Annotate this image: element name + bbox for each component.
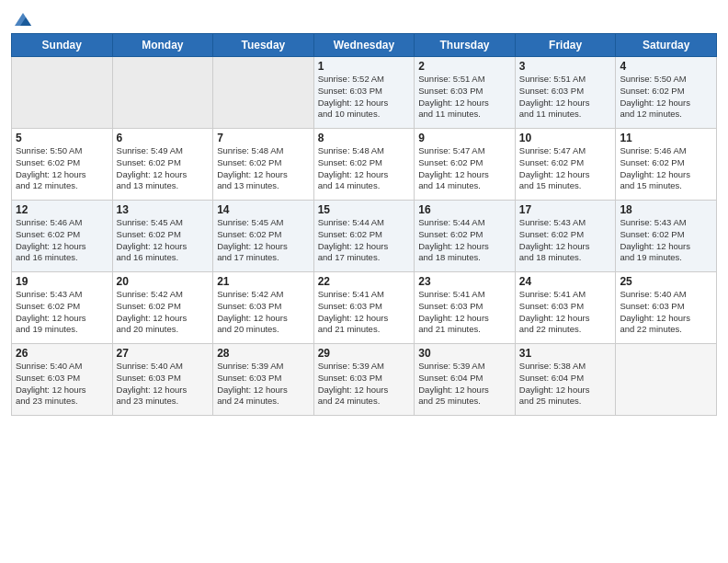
calendar-cell: 30Sunrise: 5:39 AM Sunset: 6:04 PM Dayli… [415,344,516,416]
day-number: 28 [217,347,310,360]
day-info: Sunrise: 5:46 AM Sunset: 6:02 PM Dayligh… [16,217,108,264]
day-number: 23 [418,275,511,288]
calendar-cell: 12Sunrise: 5:46 AM Sunset: 6:02 PM Dayli… [12,201,113,272]
calendar-cell: 4Sunrise: 5:50 AM Sunset: 6:02 PM Daylig… [616,57,717,129]
day-info: Sunrise: 5:41 AM Sunset: 6:03 PM Dayligh… [318,289,411,336]
day-info: Sunrise: 5:45 AM Sunset: 6:02 PM Dayligh… [217,217,310,264]
calendar-cell: 25Sunrise: 5:40 AM Sunset: 6:03 PM Dayli… [616,272,717,344]
calendar-week-row: 12Sunrise: 5:46 AM Sunset: 6:02 PM Dayli… [12,201,717,272]
calendar-cell: 5Sunrise: 5:50 AM Sunset: 6:02 PM Daylig… [12,129,113,201]
day-number: 26 [16,347,108,360]
day-info: Sunrise: 5:39 AM Sunset: 6:03 PM Dayligh… [217,361,310,408]
day-info: Sunrise: 5:44 AM Sunset: 6:02 PM Dayligh… [318,217,411,264]
calendar-cell: 19Sunrise: 5:43 AM Sunset: 6:02 PM Dayli… [12,272,113,344]
day-info: Sunrise: 5:40 AM Sunset: 6:03 PM Dayligh… [16,361,108,408]
calendar-cell: 7Sunrise: 5:48 AM Sunset: 6:02 PM Daylig… [213,129,314,201]
calendar-cell: 11Sunrise: 5:46 AM Sunset: 6:02 PM Dayli… [616,129,717,201]
page: SundayMondayTuesdayWednesdayThursdayFrid… [0,0,728,563]
day-number: 22 [318,275,411,288]
day-info: Sunrise: 5:41 AM Sunset: 6:03 PM Dayligh… [418,289,511,336]
day-number: 16 [418,203,511,216]
day-number: 20 [117,275,210,288]
day-info: Sunrise: 5:51 AM Sunset: 6:03 PM Dayligh… [418,74,511,121]
day-number: 11 [620,132,712,144]
day-info: Sunrise: 5:47 AM Sunset: 6:02 PM Dayligh… [519,145,612,192]
weekday-header-monday: Monday [112,34,213,57]
day-info: Sunrise: 5:39 AM Sunset: 6:03 PM Dayligh… [318,361,411,408]
day-info: Sunrise: 5:49 AM Sunset: 6:02 PM Dayligh… [117,145,210,192]
calendar-cell [112,57,213,129]
day-number: 30 [418,347,511,360]
calendar-week-row: 1Sunrise: 5:52 AM Sunset: 6:03 PM Daylig… [12,57,717,129]
weekday-header-friday: Friday [515,34,616,57]
day-info: Sunrise: 5:39 AM Sunset: 6:04 PM Dayligh… [418,361,511,408]
day-number: 19 [16,275,108,288]
weekday-header-thursday: Thursday [415,34,516,57]
calendar-header-row: SundayMondayTuesdayWednesdayThursdayFrid… [12,34,717,57]
day-number: 3 [519,60,612,73]
day-info: Sunrise: 5:52 AM Sunset: 6:03 PM Dayligh… [318,74,411,121]
day-info: Sunrise: 5:43 AM Sunset: 6:02 PM Dayligh… [16,289,108,336]
day-number: 31 [519,347,612,360]
calendar-cell: 31Sunrise: 5:38 AM Sunset: 6:04 PM Dayli… [515,344,616,416]
weekday-header-tuesday: Tuesday [213,34,314,57]
calendar-cell: 26Sunrise: 5:40 AM Sunset: 6:03 PM Dayli… [12,344,113,416]
weekday-header-wednesday: Wednesday [313,34,415,57]
calendar-cell: 1Sunrise: 5:52 AM Sunset: 6:03 PM Daylig… [313,57,415,129]
calendar-cell: 9Sunrise: 5:47 AM Sunset: 6:02 PM Daylig… [415,129,516,201]
calendar-cell: 21Sunrise: 5:42 AM Sunset: 6:03 PM Dayli… [213,272,314,344]
calendar-cell: 16Sunrise: 5:44 AM Sunset: 6:02 PM Dayli… [415,201,516,272]
calendar-cell: 20Sunrise: 5:42 AM Sunset: 6:02 PM Dayli… [112,272,213,344]
calendar-cell: 2Sunrise: 5:51 AM Sunset: 6:03 PM Daylig… [415,57,516,129]
calendar-cell: 18Sunrise: 5:43 AM Sunset: 6:02 PM Dayli… [616,201,717,272]
calendar-cell [616,344,717,416]
day-number: 25 [620,275,712,288]
day-info: Sunrise: 5:42 AM Sunset: 6:03 PM Dayligh… [217,289,310,336]
header [11,9,717,26]
day-info: Sunrise: 5:48 AM Sunset: 6:02 PM Dayligh… [217,145,310,192]
day-number: 13 [117,203,210,216]
day-info: Sunrise: 5:40 AM Sunset: 6:03 PM Dayligh… [117,361,210,408]
calendar-cell: 15Sunrise: 5:44 AM Sunset: 6:02 PM Dayli… [313,201,415,272]
day-number: 10 [519,132,612,144]
day-info: Sunrise: 5:41 AM Sunset: 6:03 PM Dayligh… [519,289,612,336]
day-number: 1 [318,60,411,73]
day-number: 15 [318,203,411,216]
day-info: Sunrise: 5:38 AM Sunset: 6:04 PM Dayligh… [519,361,612,408]
calendar-cell: 10Sunrise: 5:47 AM Sunset: 6:02 PM Dayli… [515,129,616,201]
calendar-cell: 8Sunrise: 5:48 AM Sunset: 6:02 PM Daylig… [313,129,415,201]
day-number: 2 [418,60,511,73]
day-info: Sunrise: 5:43 AM Sunset: 6:02 PM Dayligh… [519,217,612,264]
day-number: 4 [620,60,712,73]
calendar-week-row: 26Sunrise: 5:40 AM Sunset: 6:03 PM Dayli… [12,344,717,416]
day-info: Sunrise: 5:50 AM Sunset: 6:02 PM Dayligh… [16,145,108,192]
calendar-cell: 13Sunrise: 5:45 AM Sunset: 6:02 PM Dayli… [112,201,213,272]
calendar-week-row: 19Sunrise: 5:43 AM Sunset: 6:02 PM Dayli… [12,272,717,344]
day-info: Sunrise: 5:40 AM Sunset: 6:03 PM Dayligh… [620,289,712,336]
day-info: Sunrise: 5:47 AM Sunset: 6:02 PM Dayligh… [418,145,511,192]
calendar-cell: 27Sunrise: 5:40 AM Sunset: 6:03 PM Dayli… [112,344,213,416]
weekday-header-sunday: Sunday [12,34,113,57]
day-number: 6 [117,132,210,144]
day-number: 12 [16,203,108,216]
calendar-cell: 28Sunrise: 5:39 AM Sunset: 6:03 PM Dayli… [213,344,314,416]
day-number: 7 [217,132,310,144]
weekday-header-saturday: Saturday [616,34,717,57]
day-number: 27 [117,347,210,360]
calendar-week-row: 5Sunrise: 5:50 AM Sunset: 6:02 PM Daylig… [12,129,717,201]
calendar-cell: 29Sunrise: 5:39 AM Sunset: 6:03 PM Dayli… [313,344,415,416]
calendar-cell [12,57,113,129]
calendar-cell: 23Sunrise: 5:41 AM Sunset: 6:03 PM Dayli… [415,272,516,344]
calendar: SundayMondayTuesdayWednesdayThursdayFrid… [11,33,717,416]
day-number: 29 [318,347,411,360]
logo [11,9,33,26]
calendar-cell: 24Sunrise: 5:41 AM Sunset: 6:03 PM Dayli… [515,272,616,344]
day-number: 8 [318,132,411,144]
calendar-cell: 3Sunrise: 5:51 AM Sunset: 6:03 PM Daylig… [515,57,616,129]
day-info: Sunrise: 5:50 AM Sunset: 6:02 PM Dayligh… [620,74,712,121]
day-number: 5 [16,132,108,144]
calendar-cell: 22Sunrise: 5:41 AM Sunset: 6:03 PM Dayli… [313,272,415,344]
calendar-cell: 14Sunrise: 5:45 AM Sunset: 6:02 PM Dayli… [213,201,314,272]
day-info: Sunrise: 5:45 AM Sunset: 6:02 PM Dayligh… [117,217,210,264]
day-number: 24 [519,275,612,288]
